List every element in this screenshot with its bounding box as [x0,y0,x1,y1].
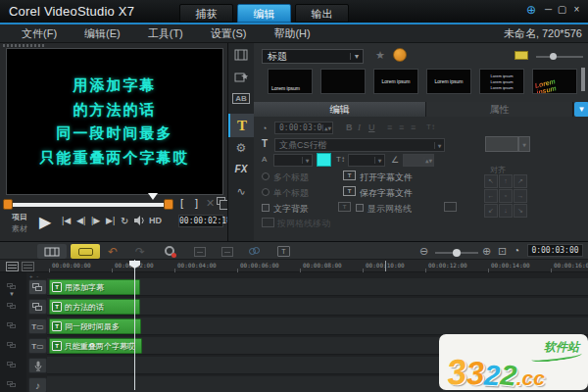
fit-project-icon[interactable]: ⊡ [498,245,507,258]
close-button[interactable]: × [570,4,583,15]
graphics-gear-icon[interactable]: ⚙ [228,141,254,155]
panel-view-icon[interactable] [514,51,528,60]
timeline-clip[interactable]: T同一段时间最多 [49,318,141,334]
ruler-clock-icon[interactable]: ◔ [514,245,519,256]
show-grid-checkbox[interactable] [356,204,364,212]
sound-mixer-icon[interactable] [194,247,206,257]
path-icon[interactable]: ∿ [228,185,254,198]
library-thumbnail[interactable] [320,69,366,94]
duration-field[interactable]: 0:00:03:00▲▼ [274,122,333,134]
timeline-zoom-handle[interactable] [453,249,461,257]
align-cell[interactable]: ↙ [484,204,498,218]
timeline-view-button[interactable] [71,244,100,259]
graphic-icon[interactable]: AB [228,94,254,103]
track-header-title-2[interactable]: T▭ [28,318,47,334]
track-toggle-icon[interactable] [7,362,17,368]
gallery-category-dropdown[interactable]: 标题▼ [262,49,364,64]
align-cell[interactable]: ↘ [514,204,527,218]
next-frame-button[interactable]: |▶ [91,216,100,225]
options-tab-0[interactable]: 编辑 [254,102,426,117]
redo-button[interactable]: ↷ [135,245,145,259]
tab-capture[interactable]: 捕获 [179,4,233,23]
rotate-angle-field[interactable]: ▲▼ [403,154,434,167]
trim-start-handle[interactable] [3,199,13,210]
filter-fx-icon[interactable]: FX [228,164,254,174]
auto-music-icon[interactable] [221,247,233,257]
track-header-title-3[interactable]: T▭ [28,338,47,354]
menu-item-0[interactable]: 文件(F) [8,24,71,43]
motion-tracking-icon[interactable] [249,248,256,255]
track-dropdown-arrow[interactable]: ▼ [9,291,15,297]
add-remove-track[interactable]: + - [29,273,39,279]
project-mode-button[interactable]: 项目 [12,212,27,222]
track-header-music-5[interactable]: ♪ [28,377,47,392]
safe-area-icon[interactable] [444,202,457,212]
track-toggle-icon[interactable] [7,381,17,388]
collapse-panel-button[interactable]: ▼ [574,102,588,117]
subtitle-editor-icon[interactable]: T [277,246,290,257]
clip-mode-button[interactable]: 素材 [12,223,27,234]
timeline-clip[interactable]: T用添加字幕 [49,279,140,295]
options-tab-1[interactable]: 属性 [426,102,573,117]
save-subtitle-button[interactable]: 保存字幕文件 [360,187,413,200]
zoom-out-icon[interactable]: ⊖ [419,245,428,258]
thumb-size-slider[interactable] [536,56,583,58]
prev-frame-button[interactable]: ◀| [76,216,85,225]
align-right-icon[interactable]: ≡ [411,122,416,132]
track-toggle-icon[interactable] [7,283,17,290]
align-cell[interactable]: ↓ [499,204,513,218]
panel-drag-handle[interactable] [3,44,46,47]
track-header-overlay-0[interactable] [28,279,47,295]
single-title-radio[interactable] [262,188,270,196]
thumb-size-slider-handle[interactable] [550,53,557,60]
bold-button[interactable]: B [346,122,353,132]
repeat-button[interactable]: ↻ [121,216,128,226]
library-thumbnail[interactable]: Lorem ipsum [532,69,577,94]
maximize-button[interactable]: ▢ [556,4,568,15]
volume-icon[interactable] [134,216,146,225]
enlarge-preview-button[interactable] [217,197,225,205]
track-view-icon-2[interactable] [22,262,34,271]
mark-in-button[interactable]: [ [180,197,183,209]
track-toggle-icon[interactable] [7,303,17,310]
track-toggle-icon[interactable] [7,342,17,349]
play-button[interactable]: ▶ [39,213,51,231]
open-subtitle-button[interactable]: 打开字幕文件 [360,172,413,184]
font-color-swatch[interactable] [317,153,331,167]
home-button[interactable]: |◀ [62,216,71,225]
minimize-button[interactable]: ─ [542,4,555,15]
timeline-clip[interactable]: T的方法的话 [49,299,140,315]
font-size-dropdown[interactable]: ▼ [273,154,313,167]
library-thumbnail[interactable]: Lorem ipsum [268,69,313,94]
library-thumbnail[interactable]: Lorem ipsum [373,69,418,94]
undo-button[interactable]: ↶ [108,245,118,259]
track-toggle-icon[interactable] [7,322,17,329]
timeline-clip[interactable]: T只能重叠两个字幕哎 [49,338,142,354]
text-style-dropdown[interactable]: ▼ [518,136,530,152]
media-icon[interactable] [234,49,248,61]
split-clip-button[interactable]: ✕ [206,197,215,210]
underline-button[interactable]: U [368,122,375,132]
vertical-text-icon[interactable]: T↕ [426,122,435,131]
mark-out-button[interactable]: ] [195,197,198,209]
title-library-selected[interactable]: T [228,114,254,137]
text-style-preview[interactable] [485,136,518,152]
menu-item-4[interactable]: 帮助(H) [260,24,323,43]
transition-icon[interactable] [234,72,248,83]
help-globe-icon[interactable]: ⊕ [526,3,536,17]
align-left-icon[interactable]: ≡ [387,122,392,132]
multiple-title-radio[interactable] [262,172,270,180]
tab-share[interactable]: 输出 [295,4,349,23]
track-header-overlay-1[interactable] [28,299,47,315]
align-cell[interactable]: ← [484,189,498,203]
text-backdrop-checkbox[interactable] [262,204,270,212]
storyboard-view-button[interactable] [37,244,67,259]
menu-item-2[interactable]: 工具(T) [134,24,197,43]
line-spacing-dropdown[interactable]: ▼ [348,154,385,167]
menu-item-3[interactable]: 设置(S) [197,24,261,43]
tab-edit[interactable]: 编辑 [237,4,291,23]
preview-video[interactable]: 用添加字幕的方法的话同一段时间最多只能重叠两个字幕哎 [6,48,223,195]
timeline-ruler[interactable]: 00:00:00:0000:00:02:0000:00:04:0000:00:0… [0,260,588,272]
align-cell[interactable]: ↗ [514,174,527,188]
align-cell[interactable]: ▫ [499,189,513,203]
